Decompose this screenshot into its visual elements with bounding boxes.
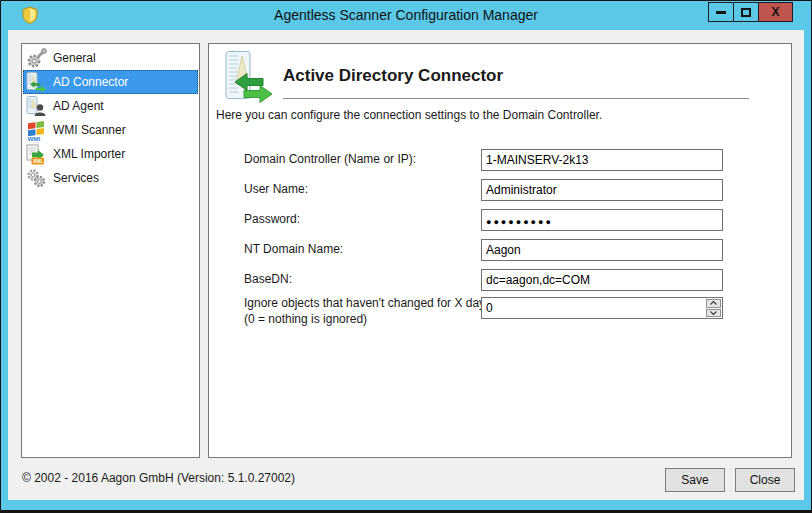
password-label: Password: <box>244 212 300 226</box>
form-row-ignore-days: Ignore objects that haven't changed for … <box>209 294 791 328</box>
wmi-icon: WMI <box>26 120 47 141</box>
gear-wrench-icon <box>26 48 47 69</box>
ad-connector-icon <box>26 72 47 93</box>
basedn-label: BaseDN: <box>244 272 292 286</box>
sidebar-item-services[interactable]: Services <box>23 166 198 190</box>
sidebar-item-label: AD Agent <box>53 99 104 113</box>
sidebar-item-label: XML Importer <box>53 147 125 161</box>
form-row-domain-controller: Domain Controller (Name or IP): <box>209 147 791 175</box>
sidebar-item-ad-agent[interactable]: AD Agent <box>23 94 198 118</box>
user-name-label: User Name: <box>244 182 308 196</box>
user-name-input[interactable] <box>481 179 723 201</box>
client-area: General AD Connector <box>8 30 804 500</box>
ignore-days-spinner <box>481 297 723 319</box>
xml-import-icon: XML <box>26 144 47 165</box>
chevron-down-icon <box>710 311 717 315</box>
save-button[interactable]: Save <box>665 468 725 492</box>
ignore-days-label: Ignore objects that haven't changed for … <box>244 296 494 310</box>
basedn-input[interactable] <box>481 269 723 291</box>
maximize-icon <box>741 8 751 17</box>
ad-agent-icon <box>26 96 47 117</box>
chevron-up-icon <box>710 301 717 305</box>
sidebar-item-label: Services <box>53 171 99 185</box>
domain-controller-input[interactable] <box>481 149 723 171</box>
svg-text:WMI: WMI <box>28 134 41 141</box>
page-title: Active Directory Connector <box>283 66 503 86</box>
sidebar-item-xml-importer[interactable]: XML XML Importer <box>23 142 198 166</box>
form-row-basedn: BaseDN: <box>209 267 791 295</box>
close-window-button[interactable]: Close <box>735 468 795 492</box>
sidebar-nav: General AD Connector <box>21 43 200 458</box>
spinner-up-button[interactable] <box>706 299 721 308</box>
form-row-nt-domain: NT Domain Name: <box>209 237 791 265</box>
gears-icon <box>26 168 47 189</box>
form-row-password: Password: <box>209 207 791 235</box>
sidebar-item-general[interactable]: General <box>23 46 198 70</box>
caption-buttons: X <box>709 2 793 22</box>
page-description: Here you can configure the connection se… <box>216 108 602 122</box>
spinner-buttons <box>705 298 722 318</box>
password-input[interactable] <box>481 209 723 231</box>
main-panel: Active Directory Connector Here you can … <box>208 43 792 458</box>
title-divider <box>283 98 749 99</box>
close-icon: X <box>771 5 779 19</box>
spinner-down-button[interactable] <box>706 309 721 318</box>
copyright-text: © 2002 - 2016 Aagon GmbH (Version: 5.1.0… <box>22 471 295 485</box>
nt-domain-label: NT Domain Name: <box>244 242 343 256</box>
nt-domain-input[interactable] <box>481 239 723 261</box>
minimize-button[interactable] <box>708 2 734 22</box>
svg-text:XML: XML <box>33 158 44 164</box>
sidebar-item-label: AD Connector <box>53 75 128 89</box>
sidebar-item-ad-connector[interactable]: AD Connector <box>23 70 198 94</box>
sidebar-item-wmi-scanner[interactable]: WMI WMI Scanner <box>23 118 198 142</box>
window-title: Agentless Scanner Configuration Manager <box>1 7 811 23</box>
app-window: Agentless Scanner Configuration Manager … <box>0 0 812 513</box>
ignore-days-label-line2: (0 = nothing is ignored) <box>244 312 367 326</box>
sidebar-item-label: WMI Scanner <box>53 123 126 137</box>
domain-controller-label: Domain Controller (Name or IP): <box>244 152 416 166</box>
active-directory-icon <box>223 50 273 103</box>
ignore-days-input[interactable] <box>482 298 705 318</box>
titlebar[interactable]: Agentless Scanner Configuration Manager … <box>1 1 811 30</box>
maximize-button[interactable] <box>733 2 759 22</box>
form-row-user-name: User Name: <box>209 177 791 205</box>
minimize-icon <box>716 11 726 14</box>
sidebar-item-label: General <box>53 51 96 65</box>
close-button[interactable]: X <box>758 2 793 22</box>
